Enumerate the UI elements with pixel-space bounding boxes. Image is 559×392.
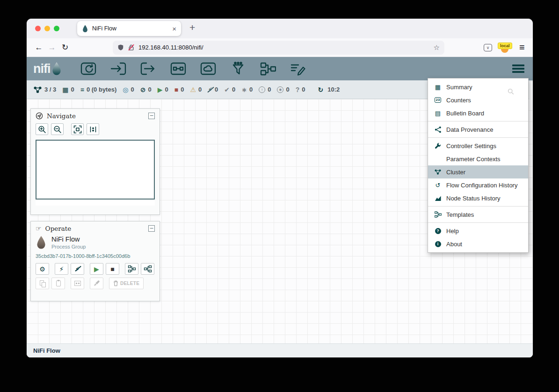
minimap-scrollbar[interactable] — [36, 201, 155, 206]
tab-close-icon[interactable]: × — [172, 25, 176, 32]
cluster-status: 3 / 3 — [33, 86, 56, 93]
enable-button[interactable]: ⚡ — [55, 263, 68, 275]
insecure-lock-icon[interactable] — [128, 44, 135, 51]
lightning-slash-icon: ⚡ — [75, 265, 80, 273]
gear-icon: ⚙ — [39, 265, 45, 273]
operate-title: Operate — [45, 225, 72, 232]
output-port-icon[interactable] — [139, 61, 157, 77]
fill-color-button[interactable] — [90, 278, 103, 289]
input-port-icon[interactable] — [109, 61, 127, 77]
menu-item-flow-configuration-history[interactable]: ↺ Flow Configuration History — [428, 178, 528, 192]
zoom-in-button[interactable] — [36, 123, 48, 135]
maximize-window-button[interactable] — [54, 26, 59, 31]
breadcrumb-root[interactable]: NiFi Flow — [33, 347, 60, 354]
up-to-date: ✔ 0 — [224, 86, 235, 93]
navigate-compass-icon — [36, 112, 43, 120]
url-bar[interactable]: 192.168.40.11 :8080/nifi/ ☆ — [113, 41, 444, 55]
count: 0 — [249, 86, 253, 93]
start-button[interactable]: ▶ — [90, 263, 103, 275]
nifi-logo: nifi — [33, 62, 62, 76]
profile-label: local — [498, 43, 512, 49]
process-group-icon[interactable] — [169, 61, 187, 77]
paste-button[interactable] — [51, 278, 65, 289]
back-icon[interactable]: ← — [32, 43, 45, 52]
configuration-button[interactable]: ⚙ — [36, 263, 49, 275]
group-button[interactable] — [71, 278, 84, 289]
menu-divider — [428, 206, 528, 207]
selected-component: NiFi Flow Process Group — [36, 235, 155, 249]
menu-item-about[interactable]: i About — [428, 237, 528, 250]
label-icon[interactable] — [289, 61, 307, 77]
create-template-button[interactable] — [141, 263, 154, 275]
processor-icon[interactable] — [80, 61, 97, 77]
template-icon[interactable] — [259, 61, 277, 77]
browser-tab[interactable]: NiFi Flow × — [77, 21, 181, 36]
birdseye-minimap[interactable] — [36, 140, 155, 200]
search-field-strip — [529, 81, 533, 100]
summary-grid-icon: ▦ — [434, 84, 442, 91]
about-icon: i — [434, 241, 442, 247]
menu-item-parameter-contexts[interactable]: Parameter Contexts — [428, 152, 528, 165]
nifi-header: nifi — [27, 57, 533, 80]
component-toolbar — [80, 61, 307, 77]
wrench-icon — [434, 143, 442, 149]
funnel-icon[interactable] — [229, 61, 247, 77]
play-icon: ▶ — [94, 265, 99, 273]
delete-button[interactable]: DELETE — [109, 278, 144, 289]
forward-icon[interactable]: → — [45, 43, 58, 52]
group-icon — [74, 281, 81, 286]
remote-process-group-icon[interactable] — [199, 61, 217, 77]
menu-item-bulletin-board[interactable]: ▤ Bulletin Board — [428, 107, 528, 120]
new-tab-button[interactable]: + — [189, 22, 195, 33]
count: 0 — [165, 86, 168, 93]
zoom-fit-button[interactable] — [71, 123, 84, 135]
copy-button[interactable] — [36, 278, 49, 289]
locally-modified: ∗ 0 — [241, 86, 253, 93]
menu-item-label: Help — [446, 228, 459, 235]
menu-divider — [428, 222, 528, 223]
close-window-button[interactable] — [35, 26, 41, 31]
disable-button[interactable]: ⚡ — [71, 263, 84, 275]
cluster-icon — [434, 169, 442, 175]
count: 0 — [215, 86, 218, 93]
shield-icon[interactable] — [117, 44, 124, 51]
disabled: ⚡ 0 — [208, 86, 218, 93]
refresh-icon[interactable]: ↻ — [318, 86, 323, 93]
browser-tab-bar: NiFi Flow × + — [27, 19, 533, 38]
not-transmitting-icon: ⊘ — [140, 86, 146, 93]
nifi-favicon — [82, 25, 88, 33]
profile-badge[interactable]: local — [496, 42, 515, 54]
operate-body: NiFi Flow Process Group 35cbd3b7-017b-10… — [31, 235, 160, 293]
active-threads-grid-icon: ▦ — [62, 86, 68, 93]
minimize-window-button[interactable] — [44, 26, 50, 31]
browser-menu-icon[interactable]: ≡ — [519, 42, 525, 53]
copy-icon — [40, 280, 45, 286]
stop-button[interactable]: ■ — [106, 263, 119, 275]
menu-item-help[interactable]: ? Help — [428, 224, 528, 237]
menu-item-node-status-history[interactable]: Node Status History — [428, 192, 528, 205]
count: 0 — [268, 86, 271, 93]
trash-icon — [113, 280, 118, 286]
pocket-icon[interactable]: ∨ — [484, 44, 492, 51]
menu-item-cluster[interactable]: Cluster — [428, 165, 528, 178]
running: ▶ 0 — [158, 86, 168, 93]
search-icon[interactable] — [508, 88, 514, 97]
collapse-navigate-button[interactable]: − — [148, 113, 155, 119]
count: 0 — [131, 86, 134, 93]
navigate-header: Navigate − — [31, 109, 160, 122]
nifi-global-menu-icon[interactable] — [512, 64, 524, 73]
bookmark-star-icon[interactable]: ☆ — [434, 43, 440, 52]
menu-item-data-provenance[interactable]: Data Provenance — [428, 123, 528, 136]
reload-icon[interactable]: ↻ — [58, 43, 72, 52]
process-group-drop-icon — [36, 235, 47, 249]
collapse-operate-button[interactable]: − — [148, 225, 155, 232]
zoom-actual-size-button[interactable] — [87, 123, 99, 135]
menu-item-templates[interactable]: Templates — [428, 208, 528, 221]
menu-item-controller-settings[interactable]: Controller Settings — [428, 139, 528, 152]
menu-item-label: Flow Configuration History — [446, 182, 517, 189]
zoom-out-button[interactable] — [51, 123, 64, 135]
nifi-logo-drop-icon — [51, 62, 62, 76]
upload-template-button[interactable] — [125, 263, 138, 275]
count: 0 — [302, 86, 305, 93]
lightning-icon: ⚡ — [59, 265, 64, 273]
